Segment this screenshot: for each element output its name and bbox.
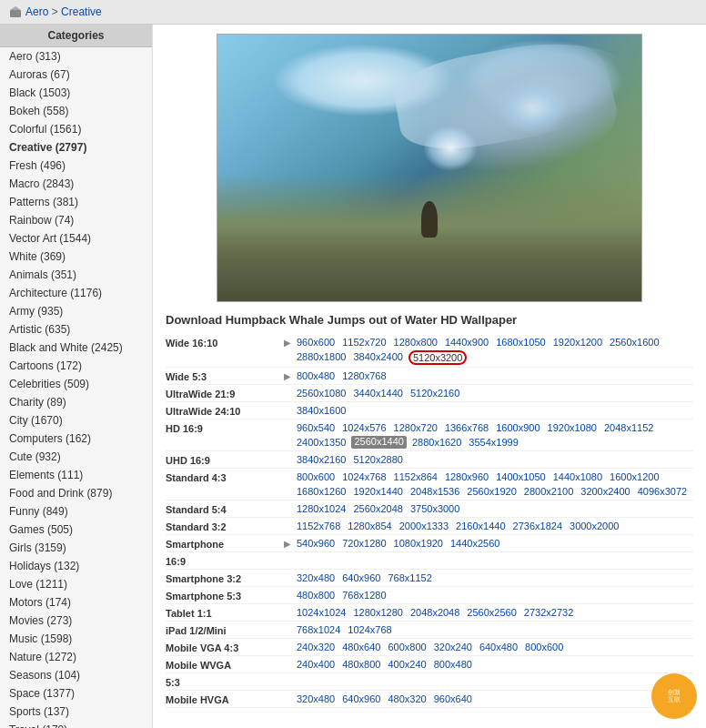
sidebar-item[interactable]: Cartoons (172) [0, 357, 152, 375]
size-link[interactable]: 3840x1600 [295, 404, 348, 417]
sidebar-item[interactable]: Architecture (1176) [0, 284, 152, 302]
size-link[interactable]: 3840x2160 [295, 453, 348, 466]
sidebar-item[interactable]: Love (1211) [0, 575, 152, 593]
sidebar-item[interactable]: Space (1377) [0, 684, 152, 703]
size-link[interactable]: 2736x1824 [511, 520, 564, 532]
size-link[interactable]: 640x960 [340, 571, 382, 584]
size-link[interactable]: 1440x900 [443, 336, 490, 349]
sidebar-item[interactable]: Rainbow (74) [0, 211, 152, 229]
sidebar-item[interactable]: Nature (1272) [0, 648, 152, 666]
sidebar-item[interactable]: Animals (351) [0, 266, 152, 284]
size-link[interactable]: 320x480 [295, 571, 337, 584]
sidebar-item[interactable]: City (1670) [0, 411, 152, 430]
size-link[interactable]: 640x480 [478, 641, 519, 653]
size-link[interactable]: 2560x1440 [351, 436, 406, 449]
sidebar-item[interactable]: Macro (2843) [0, 175, 152, 193]
breadcrumb-current[interactable]: Creative [61, 5, 102, 18]
size-link[interactable]: 1920x1080 [546, 421, 599, 434]
size-link[interactable]: 3750x3000 [408, 502, 461, 515]
size-link[interactable]: 1024x768 [346, 623, 393, 636]
size-link[interactable]: 1680x1260 [295, 485, 348, 498]
size-link[interactable]: 800x480 [295, 369, 337, 382]
size-link[interactable]: 720x1280 [340, 537, 388, 550]
size-link[interactable]: 1280x960 [443, 470, 490, 483]
sidebar-item[interactable]: White (369) [0, 248, 152, 266]
sidebar-item[interactable]: Artistic (635) [0, 320, 152, 339]
size-link[interactable]: 800x480 [432, 658, 474, 671]
sidebar-item[interactable]: Motors (174) [0, 593, 152, 612]
sidebar-item[interactable]: Colorful (1561) [0, 120, 152, 138]
size-link[interactable]: 480x640 [340, 641, 382, 653]
size-link[interactable]: 1680x1050 [494, 336, 547, 349]
sidebar-item[interactable]: Food and Drink (879) [0, 484, 152, 502]
size-link[interactable]: 3000x2000 [568, 520, 620, 532]
size-link[interactable]: 3200x2400 [579, 485, 631, 498]
sidebar-item[interactable]: Vector Art (1544) [0, 229, 152, 248]
size-link[interactable]: 480x320 [386, 693, 428, 705]
size-link[interactable]: 2048x2048 [408, 606, 461, 619]
size-link[interactable]: 1920x1440 [351, 485, 404, 498]
size-link[interactable]: 1280x800 [392, 336, 439, 349]
sidebar-item[interactable]: Black and White (2425) [0, 339, 152, 357]
sidebar-item[interactable]: Holidays (132) [0, 557, 152, 575]
size-link[interactable]: 1280x1280 [351, 606, 404, 619]
sidebar-item[interactable]: Girls (3159) [0, 539, 152, 557]
size-link[interactable]: 2560x1080 [295, 387, 348, 399]
size-link[interactable]: 2732x2732 [522, 606, 575, 619]
size-link[interactable]: 3554x1999 [467, 436, 519, 449]
size-link[interactable]: 2560x1600 [608, 336, 661, 349]
size-link[interactable]: 1152x864 [392, 470, 439, 483]
size-link[interactable]: 2400x1350 [295, 436, 348, 449]
size-link[interactable]: 1152x768 [295, 520, 342, 532]
size-link[interactable]: 768x1024 [295, 623, 342, 636]
size-link[interactable]: 1400x1050 [494, 470, 547, 483]
size-link[interactable]: 1024x768 [340, 470, 388, 483]
sidebar-item[interactable]: Patterns (381) [0, 193, 152, 211]
sidebar-item[interactable]: Music (1598) [0, 630, 152, 648]
sidebar-item[interactable]: Army (935) [0, 302, 152, 320]
size-link[interactable]: 800x600 [295, 470, 337, 483]
size-link[interactable]: 480x800 [295, 589, 337, 602]
size-link[interactable]: 3840x2400 [351, 350, 404, 365]
sidebar-item[interactable]: Travel (179) [0, 721, 152, 728]
size-link[interactable]: 2880x1620 [410, 436, 463, 449]
sidebar-item[interactable]: Seasons (104) [0, 666, 152, 684]
size-link[interactable]: 1024x1024 [295, 606, 348, 619]
sidebar-item[interactable]: Charity (89) [0, 393, 152, 411]
sidebar-item[interactable]: Funny (849) [0, 502, 152, 521]
size-link[interactable]: 3440x1440 [351, 387, 404, 399]
sidebar-item[interactable]: Movies (273) [0, 612, 152, 630]
sidebar-item[interactable]: Cute (932) [0, 448, 152, 466]
size-link[interactable]: 240x320 [295, 641, 337, 653]
breadcrumb-home[interactable]: Aero [25, 5, 48, 18]
sidebar-item[interactable]: Auroras (67) [0, 66, 152, 84]
size-link[interactable]: 1080x1920 [392, 537, 445, 550]
size-link[interactable]: 800x600 [523, 641, 565, 653]
size-link[interactable]: 1366x768 [443, 421, 490, 434]
size-link[interactable]: 5120x2160 [408, 387, 461, 399]
size-link[interactable]: 2000x1333 [398, 520, 450, 532]
size-link[interactable]: 1280x1024 [295, 502, 348, 515]
size-link[interactable]: 2048x1536 [408, 485, 461, 498]
sidebar-item[interactable]: Bokeh (558) [0, 102, 152, 120]
size-link[interactable]: 400x240 [386, 658, 428, 671]
sidebar-item[interactable]: Computers (162) [0, 430, 152, 448]
size-link[interactable]: 960x600 [295, 336, 337, 349]
size-link[interactable]: 1280x854 [346, 520, 393, 532]
size-link[interactable]: 2048x1152 [602, 421, 655, 434]
sidebar-item[interactable]: Black (1503) [0, 84, 152, 102]
size-link[interactable]: 320x240 [432, 641, 474, 653]
size-link[interactable]: 4096x3072 [636, 485, 689, 498]
sidebar-item[interactable]: Fresh (496) [0, 157, 152, 175]
size-link[interactable]: 480x800 [340, 658, 382, 671]
size-link[interactable]: 5120x3200 [408, 350, 467, 365]
sidebar-item[interactable]: Games (505) [0, 521, 152, 539]
sidebar-item[interactable]: Sports (137) [0, 703, 152, 721]
size-link[interactable]: 768x1152 [386, 571, 433, 584]
size-link[interactable]: 2560x2048 [351, 502, 404, 515]
size-link[interactable]: 1280x768 [340, 369, 388, 382]
size-link[interactable]: 540x960 [295, 537, 337, 550]
size-link[interactable]: 1920x1200 [551, 336, 604, 349]
size-link[interactable]: 2560x2560 [465, 606, 518, 619]
sidebar-item[interactable]: Celebrities (509) [0, 375, 152, 393]
